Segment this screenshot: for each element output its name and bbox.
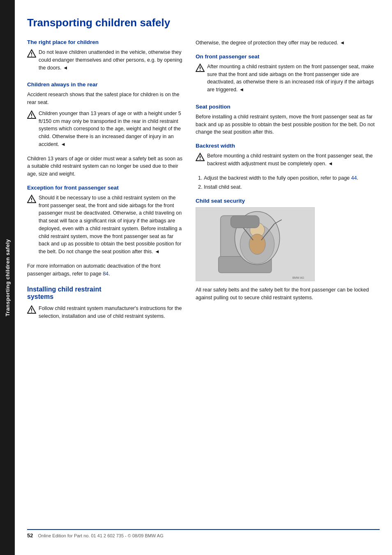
svg-rect-4 (31, 113, 32, 116)
right-column: Otherwise, the degree of protection they… (196, 39, 380, 517)
section-heading-child-security: Child seat security (196, 198, 380, 204)
child-seat-image: BMW AG (196, 207, 315, 281)
section-heading-front-passenger: On front passenger seat (196, 53, 380, 60)
warning-icon-install (27, 305, 36, 314)
svg-rect-10 (31, 308, 32, 311)
page-title: Transporting children safely (27, 16, 380, 29)
page-ref-44[interactable]: 44 (351, 175, 357, 181)
svg-rect-2 (31, 56, 32, 56)
list-item-2: Install child seat. (204, 183, 380, 191)
left-column: The right place for children Do not leav… (27, 39, 183, 517)
warning-text-front: After mounting a child restraint system … (207, 63, 380, 94)
section-heading-right-place: The right place for children (27, 39, 183, 45)
warning-icon-front (196, 63, 205, 72)
svg-rect-11 (31, 312, 32, 312)
section-heading-backrest: Backrest width (196, 143, 380, 149)
footer-text: Online Edition for Part no. 01 41 2 602 … (38, 533, 163, 538)
warning-block-3: Should it be necessary to use a child re… (27, 194, 183, 259)
svg-rect-8 (31, 201, 32, 202)
svg-text:BMW AG: BMW AG (293, 276, 304, 279)
svg-point-24 (249, 234, 265, 254)
svg-rect-5 (31, 117, 32, 118)
svg-rect-1 (31, 52, 32, 55)
page-ref-84[interactable]: 84 (103, 271, 108, 277)
warning-text-backrest: Before mounting a child restraint system… (207, 152, 380, 168)
children-13-para: Children 13 years of age or older must w… (27, 155, 183, 178)
svg-rect-16 (200, 156, 201, 158)
install-heading: Installing child restraint systems (27, 286, 183, 301)
right-intro-para: Otherwise, the degree of protection they… (196, 39, 380, 47)
section-heading-seat-position: Seat position (196, 104, 380, 110)
warning-block-front: After mounting a child restraint system … (196, 63, 380, 97)
list-item-1: Adjust the backrest width to the fully o… (204, 174, 380, 182)
page-footer: 52 Online Edition for Part no. 01 41 2 6… (27, 529, 380, 539)
warning-text-1: Do not leave children unattended in the … (39, 49, 183, 72)
sidebar-text: Transporting children safely (5, 239, 11, 316)
warning-block-backrest: Before mounting a child restraint system… (196, 152, 380, 171)
page-wrapper: Transporting children safely Transportin… (0, 0, 392, 555)
svg-rect-29 (231, 215, 259, 228)
sidebar-label: Transporting children safely (0, 0, 15, 555)
auto-deactivation-para: For more information on automatic deacti… (27, 262, 183, 278)
warning-block-1: Do not leave children unattended in the … (27, 49, 183, 75)
two-column-layout: The right place for children Do not leav… (27, 39, 380, 517)
section-heading-exception: Exception for front passenger seat (27, 185, 183, 191)
warning-text-install: Follow child restraint system manufactur… (39, 305, 183, 320)
children-rear-para1: Accident research shows that the safest … (27, 91, 183, 106)
svg-rect-14 (200, 70, 201, 71)
svg-rect-13 (200, 67, 201, 69)
child-seat-svg: BMW AG (196, 207, 314, 281)
footer-page-number: 52 (27, 532, 33, 539)
warning-icon-2 (27, 110, 36, 119)
warning-icon-3 (27, 194, 36, 204)
section-heading-children-rear: Children always in the rear (27, 81, 183, 88)
warning-icon-backrest (196, 153, 205, 162)
child-security-para: All rear safety belts and the safety bel… (196, 286, 380, 302)
backrest-steps-list: Adjust the backrest width to the fully o… (204, 174, 380, 192)
content-area: Transporting children safely The right p… (15, 0, 392, 555)
svg-rect-17 (200, 159, 201, 160)
warning-block-2: Children younger than 13 years of age or… (27, 110, 183, 152)
warning-block-install: Follow child restraint system manufactur… (27, 305, 183, 324)
warning-text-2: Children younger than 13 years of age or… (39, 110, 183, 148)
svg-rect-7 (31, 198, 32, 200)
seat-position-para: Before installing a child restraint syst… (196, 113, 380, 136)
warning-text-3: Should it be necessary to use a child re… (39, 194, 183, 256)
warning-icon-1 (27, 49, 36, 58)
